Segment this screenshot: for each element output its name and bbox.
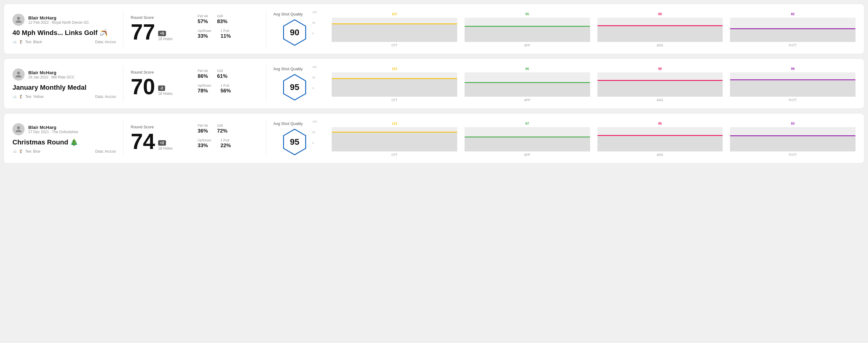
bar-fill xyxy=(730,136,856,151)
weather-icon: ☁️ xyxy=(12,149,17,154)
bar-line xyxy=(730,80,856,80)
player-info: Blair McHarg29 Jan 2022 · Mill Ride GCC xyxy=(28,70,74,80)
chart-wrapper: 100500101OTT86APP96ARG99PUTT xyxy=(322,65,856,102)
chart-col-value: 93 xyxy=(791,122,795,125)
bar-line xyxy=(332,78,457,79)
round-score-label: Round Score xyxy=(131,125,191,129)
data-source: Data: Arccos xyxy=(95,95,116,99)
bar-container xyxy=(332,18,457,42)
person-icon xyxy=(15,126,22,133)
bar-container xyxy=(332,72,457,97)
chart-section: 100500107OTT95APP98ARG82PUTT xyxy=(316,11,856,47)
one-putt-label: 1 Putt xyxy=(220,84,231,87)
bar-line xyxy=(597,80,723,81)
chart-col-value: 82 xyxy=(791,12,795,16)
round-title: Christmas Round 🎄 xyxy=(12,138,116,146)
avg-shot-quality-label: Avg Shot Quality xyxy=(273,12,316,17)
chart-col-value: 99 xyxy=(791,67,795,70)
tee-label: Tee: Blue xyxy=(25,149,40,154)
bar-line xyxy=(730,135,856,136)
score-diff-badge: +2 xyxy=(158,140,166,146)
chart-col-value: 96 xyxy=(658,67,662,70)
chart-col-value: 98 xyxy=(658,12,662,16)
bag-icon: 🏌️ xyxy=(19,95,23,99)
chart-col-label: OTT xyxy=(391,44,397,47)
hexagon: 90 xyxy=(281,19,308,46)
player-footer: ☁️ 🏌️ Tee: Black Data: Arccos xyxy=(12,40,116,44)
chart-col-app: 87APP xyxy=(465,122,590,157)
score-diff-badge: +5 xyxy=(158,31,166,36)
player-name: Blair McHarg xyxy=(28,70,74,75)
stats-section: FW Hit36%GIR72%Up/Down33%1 Putt22% xyxy=(197,124,258,153)
bar-line xyxy=(465,136,590,137)
bar-container xyxy=(465,127,590,151)
stats-section: FW Hit86%GIR61%Up/Down78%1 Putt56% xyxy=(197,69,258,98)
score-diff-badge: -2 xyxy=(158,86,165,91)
gir-label: GIR xyxy=(217,14,227,18)
gir-value: 61% xyxy=(217,73,227,79)
bar-line xyxy=(465,82,590,83)
tee-label: Tee: Yellow xyxy=(25,95,43,99)
bar-container xyxy=(465,18,590,42)
hexagon-wrap: 90 xyxy=(273,19,316,46)
one-putt-stat: 1 Putt56% xyxy=(220,84,231,94)
chart-col-label: ARG xyxy=(657,44,663,47)
fw-hit-value: 57% xyxy=(197,19,208,24)
score-holes: 18 Holes xyxy=(158,92,173,96)
one-putt-value: 22% xyxy=(220,143,231,148)
chart-col-label: ARG xyxy=(657,153,663,157)
tee-info: ☁️ 🏌️ Tee: Blue xyxy=(12,149,40,154)
avg-shot-quality-value: 90 xyxy=(290,28,299,37)
fw-hit-stat: FW Hit57% xyxy=(197,14,208,25)
one-putt-value: 11% xyxy=(220,33,231,39)
player-info: Blair McHarg27 Dec 2021 · The Oxfordshir… xyxy=(28,125,78,134)
score-holes: 18 Holes xyxy=(158,146,173,151)
player-footer: ☁️ 🏌️ Tee: Yellow Data: Arccos xyxy=(12,95,116,99)
chart-col-value: 95 xyxy=(658,122,662,125)
bar-container xyxy=(597,127,723,151)
bar-line xyxy=(730,28,856,29)
score-number: 70 xyxy=(131,76,155,98)
player-section: Blair McHarg12 Feb 2022 · Royal North De… xyxy=(12,14,116,44)
gir-label: GIR xyxy=(217,124,227,127)
bar-fill xyxy=(597,136,723,151)
up-down-value: 78% xyxy=(197,88,208,94)
person-icon xyxy=(15,71,22,78)
chart-col-label: APP xyxy=(524,153,530,157)
bar-fill xyxy=(730,80,856,97)
gir-label: GIR xyxy=(217,69,227,73)
person-icon xyxy=(15,16,22,23)
chart-bars: 107OTT95APP98ARG82PUTT xyxy=(332,11,856,47)
chart-col-app: 86APP xyxy=(465,67,590,102)
chart-col-label: ARG xyxy=(657,98,663,102)
chart-col-label: APP xyxy=(524,98,530,102)
chart-wrapper: 100500107OTT95APP98ARG82PUTT xyxy=(322,11,856,47)
up-down-label: Up/Down xyxy=(197,29,211,33)
chart-col-putt: 82PUTT xyxy=(730,12,856,47)
score-number: 77 xyxy=(131,21,155,43)
hexagon: 95 xyxy=(281,128,308,156)
one-putt-stat: 1 Putt22% xyxy=(220,138,231,149)
score-holes: 18 Holes xyxy=(158,37,173,41)
stats-section: FW Hit57%GIR83%Up/Down33%1 Putt11% xyxy=(197,14,258,43)
chart-col-value: 107 xyxy=(392,12,397,16)
round-score-label: Round Score xyxy=(131,15,191,20)
avg-shot-quality-label: Avg Shot Quality xyxy=(273,67,316,71)
hexagon: 95 xyxy=(281,73,308,101)
fw-hit-stat: FW Hit86% xyxy=(197,69,208,80)
data-source: Data: Arccos xyxy=(95,40,116,44)
bar-fill xyxy=(332,79,457,97)
avg-shot-quality-value: 95 xyxy=(290,83,299,92)
round-card-round-1: Blair McHarg12 Feb 2022 · Royal North De… xyxy=(4,4,864,54)
bar-container xyxy=(465,72,590,97)
up-down-label: Up/Down xyxy=(197,84,211,87)
gir-stat: GIR72% xyxy=(217,124,227,134)
bar-fill xyxy=(597,26,723,42)
chart-col-label: PUTT xyxy=(789,153,797,157)
chart-col-label: PUTT xyxy=(789,44,797,47)
bar-fill xyxy=(332,24,457,42)
player-date: 29 Jan 2022 · Mill Ride GCC xyxy=(28,75,74,80)
chart-col-putt: 93PUTT xyxy=(730,122,856,157)
hexagon-wrap: 95 xyxy=(273,73,316,101)
chart-col-putt: 99PUTT xyxy=(730,67,856,102)
